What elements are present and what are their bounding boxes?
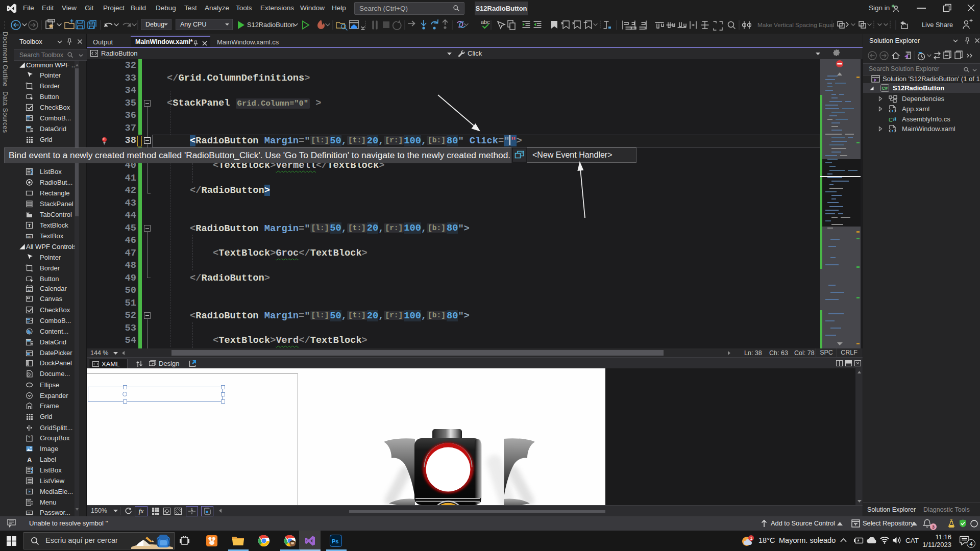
svg-text:12: 12 (28, 288, 31, 291)
svg-text:**: ** (28, 511, 31, 516)
svg-text:T: T (28, 223, 31, 228)
svg-text:Ps: Ps (332, 538, 338, 544)
svg-text:C#: C# (882, 86, 888, 91)
svg-text:abc: abc (481, 19, 490, 25)
svg-text:C: C (889, 117, 893, 123)
svg-text:abl: abl (27, 235, 31, 238)
svg-text:A: A (27, 456, 32, 463)
svg-text:xy: xy (28, 435, 31, 438)
svg-text:1: 1 (750, 536, 753, 541)
